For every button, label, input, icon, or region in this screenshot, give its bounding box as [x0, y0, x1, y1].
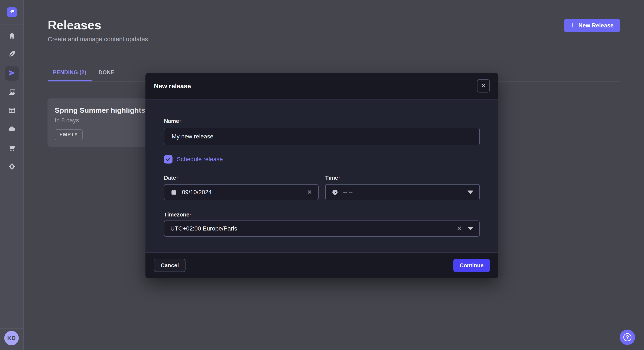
new-release-modal: New release ✕ Name* My new release Sched…	[146, 73, 498, 278]
home-icon	[8, 32, 16, 40]
sidebar-bottom-divider	[0, 328, 24, 329]
help-button[interactable]: ?	[620, 330, 635, 345]
name-input[interactable]: My new release	[164, 128, 480, 145]
modal-footer: Cancel Continue	[146, 252, 498, 278]
send-icon	[8, 69, 16, 78]
app-logo[interactable]	[7, 7, 17, 17]
page-title: Releases	[48, 18, 101, 32]
date-time-row: Date* 09/10/2024 ✕ Time* --:--	[164, 175, 480, 200]
date-label: Date	[164, 175, 176, 181]
schedule-checkbox[interactable]	[164, 155, 172, 164]
question-mark-icon: ?	[623, 333, 632, 341]
new-release-button-label: New Release	[578, 22, 614, 29]
brand-icon	[9, 8, 15, 16]
schedule-release-checkbox-row[interactable]: Schedule release	[164, 155, 480, 164]
check-icon	[166, 157, 171, 162]
cancel-button[interactable]: Cancel	[154, 259, 186, 272]
calendar-icon	[170, 189, 177, 196]
date-field-group: Date* 09/10/2024 ✕	[164, 175, 318, 200]
release-card-badge: EMPTY	[55, 129, 83, 140]
modal-close-button[interactable]: ✕	[477, 79, 490, 93]
cloud-icon	[8, 125, 16, 134]
sidebar-item-home[interactable]	[5, 29, 19, 43]
page-subtitle: Create and manage content updates	[48, 36, 148, 43]
new-release-button[interactable]: + New Release	[564, 19, 620, 32]
sidebar-item-commerce[interactable]	[5, 141, 19, 156]
sidebar-item-pages[interactable]	[5, 104, 19, 118]
modal-header: New release ✕	[146, 73, 498, 100]
timezone-input-value: UTC+02:00 Europe/Paris	[170, 225, 456, 232]
plus-icon: +	[570, 21, 575, 29]
sidebar-item-releases[interactable]	[5, 66, 19, 81]
time-input[interactable]: --:--	[325, 184, 480, 200]
close-icon: ✕	[481, 83, 486, 89]
required-marker: *	[180, 120, 181, 124]
required-marker: *	[338, 177, 340, 180]
release-card-due: In 8 days	[55, 117, 160, 124]
timezone-field-group: Timezone* UTC+02:00 Europe/Paris ✕	[164, 211, 480, 237]
tab-done[interactable]: DONE	[98, 69, 114, 81]
name-label: Name	[164, 118, 179, 124]
date-clear-icon[interactable]: ✕	[307, 189, 312, 195]
clock-icon	[332, 189, 338, 196]
timezone-label: Timezone	[164, 211, 189, 218]
time-label: Time	[325, 175, 338, 181]
sidebar-item-cloud[interactable]	[5, 122, 19, 137]
timezone-input[interactable]: UTC+02:00 Europe/Paris ✕	[164, 220, 480, 237]
layout-icon	[8, 107, 16, 115]
schedule-checkbox-label: Schedule release	[177, 156, 223, 163]
continue-button[interactable]: Continue	[454, 259, 490, 272]
release-card-title: Spring Summer highlights	[55, 106, 160, 114]
chevron-down-icon[interactable]	[468, 190, 474, 194]
sidebar-item-content[interactable]	[5, 47, 19, 62]
feather-icon	[8, 50, 16, 59]
date-input-value: 09/10/2024	[182, 189, 307, 196]
sidebar-item-media[interactable]	[5, 85, 19, 100]
time-input-placeholder: --:--	[343, 189, 462, 196]
chevron-down-icon[interactable]	[468, 227, 474, 230]
date-input[interactable]: 09/10/2024 ✕	[164, 184, 318, 200]
name-field-group: Name* My new release	[164, 118, 480, 145]
modal-title: New release	[154, 82, 191, 90]
cart-icon	[8, 144, 16, 153]
sidebar: KD	[0, 0, 24, 350]
modal-body: Name* My new release Schedule release Da…	[146, 100, 498, 237]
tab-pending[interactable]: PENDING (2)	[48, 69, 92, 81]
name-input-value: My new release	[172, 133, 214, 140]
sidebar-divider	[0, 24, 24, 24]
sidebar-item-settings[interactable]	[5, 160, 19, 174]
timezone-clear-icon[interactable]: ✕	[456, 225, 462, 232]
user-avatar[interactable]: KD	[4, 331, 19, 345]
time-field-group: Time* --:--	[325, 175, 480, 200]
images-icon	[8, 88, 16, 97]
gear-icon	[8, 163, 16, 171]
required-marker: *	[190, 213, 191, 217]
required-marker: *	[176, 177, 178, 180]
